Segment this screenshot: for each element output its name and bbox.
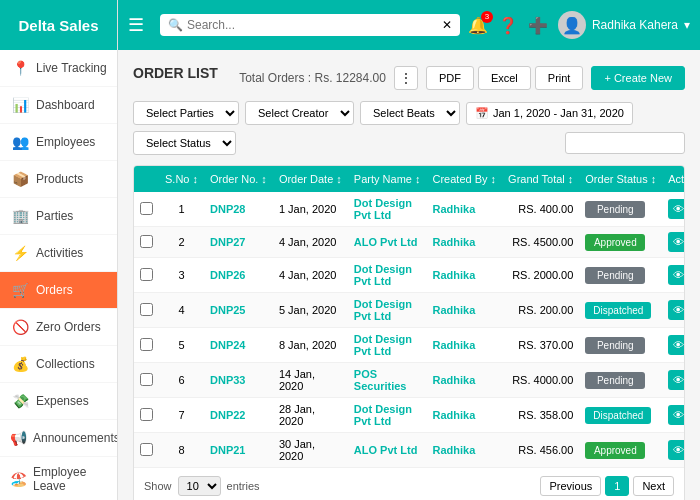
row-order-date: 1 Jan, 2020 bbox=[273, 192, 348, 227]
row-grand-total: RS. 400.00 bbox=[502, 192, 579, 227]
page-title: ORDER LIST bbox=[133, 65, 218, 81]
options-icon[interactable]: ⋮ bbox=[394, 66, 418, 90]
row-checkbox[interactable] bbox=[134, 328, 159, 363]
row-created-by: Radhika bbox=[426, 363, 502, 398]
pdf-button[interactable]: PDF bbox=[426, 66, 474, 90]
search-input[interactable] bbox=[187, 18, 438, 32]
view-action[interactable]: 👁 bbox=[668, 265, 685, 285]
create-new-button[interactable]: + Create New bbox=[591, 66, 685, 90]
row-party-name: Dot Design Pvt Ltd bbox=[348, 398, 427, 433]
table-row: 2 DNP27 4 Jan, 2020 ALO Pvt Ltd Radhika … bbox=[134, 227, 685, 258]
next-page-button[interactable]: Next bbox=[633, 476, 674, 496]
user-dropdown-icon: ▾ bbox=[684, 18, 690, 32]
entries-select[interactable]: 10 bbox=[178, 476, 221, 496]
header-icons: 🔔 3 ❓ ➕ 👤 Radhika Kahera ▾ bbox=[468, 11, 690, 39]
creator-filter[interactable]: Select Creator bbox=[245, 101, 354, 125]
row-checkbox[interactable] bbox=[134, 433, 159, 468]
row-party-name: ALO Pvt Ltd bbox=[348, 227, 427, 258]
announcements-icon: 📢 bbox=[10, 428, 27, 448]
table-row: 8 DNP21 30 Jan, 2020 ALO Pvt Ltd Radhika… bbox=[134, 433, 685, 468]
row-status: Dispatched bbox=[579, 293, 662, 328]
row-created-by: Radhika bbox=[426, 433, 502, 468]
sidebar-label-orders: Orders bbox=[36, 283, 73, 297]
beats-filter[interactable]: Select Beats bbox=[360, 101, 460, 125]
status-filter[interactable]: Select Status bbox=[133, 131, 236, 155]
sidebar-item-activities[interactable]: ⚡ Activities bbox=[0, 235, 117, 272]
sidebar-item-announcements[interactable]: 📢 Announcements bbox=[0, 420, 117, 457]
help-icon[interactable]: ❓ bbox=[498, 16, 518, 35]
row-grand-total: RS. 456.00 bbox=[502, 433, 579, 468]
view-action[interactable]: 👁 bbox=[668, 440, 685, 460]
sidebar-item-employees[interactable]: 👥 Employees bbox=[0, 124, 117, 161]
row-actions: 👁 ✏ 🗑 bbox=[662, 363, 685, 398]
products-icon: 📦 bbox=[10, 169, 30, 189]
sidebar-item-products[interactable]: 📦 Products bbox=[0, 161, 117, 198]
sidebar-item-employee-leave[interactable]: 🏖️ Employee Leave bbox=[0, 457, 117, 500]
activities-icon: ⚡ bbox=[10, 243, 30, 263]
row-sno: 7 bbox=[159, 398, 204, 433]
page-1-button[interactable]: 1 bbox=[605, 476, 629, 496]
notification-badge: 3 bbox=[481, 11, 493, 23]
sidebar-label-parties: Parties bbox=[36, 209, 73, 223]
row-order-date: 28 Jan, 2020 bbox=[273, 398, 348, 433]
sidebar-item-live-tracking[interactable]: 📍 Live Tracking bbox=[0, 50, 117, 87]
row-created-by: Radhika bbox=[426, 258, 502, 293]
sno-header: S.No ↕ bbox=[159, 166, 204, 192]
table-header: S.No ↕ Order No. ↕ Order Date ↕ Party Na… bbox=[134, 166, 685, 192]
row-checkbox[interactable] bbox=[134, 227, 159, 258]
view-action[interactable]: 👁 bbox=[668, 300, 685, 320]
view-action[interactable]: 👁 bbox=[668, 405, 685, 425]
add-icon[interactable]: ➕ bbox=[528, 16, 548, 35]
row-party-name: Dot Design Pvt Ltd bbox=[348, 328, 427, 363]
hamburger-button[interactable]: ☰ bbox=[128, 14, 144, 36]
user-name: Radhika Kahera bbox=[592, 18, 678, 32]
row-checkbox[interactable] bbox=[134, 192, 159, 227]
orders-table: S.No ↕ Order No. ↕ Order Date ↕ Party Na… bbox=[134, 166, 685, 468]
row-actions: 👁 ✏ 🗑 bbox=[662, 192, 685, 227]
sidebar-item-expenses[interactable]: 💸 Expenses bbox=[0, 383, 117, 420]
row-order-date: 8 Jan, 2020 bbox=[273, 328, 348, 363]
row-grand-total: RS. 370.00 bbox=[502, 328, 579, 363]
row-party-name: ALO Pvt Ltd bbox=[348, 433, 427, 468]
excel-button[interactable]: Excel bbox=[478, 66, 531, 90]
table-search[interactable] bbox=[565, 132, 685, 154]
action-header: Action bbox=[662, 166, 685, 192]
row-checkbox[interactable] bbox=[134, 398, 159, 433]
created-by-header: Created By ↕ bbox=[426, 166, 502, 192]
view-action[interactable]: 👁 bbox=[668, 232, 685, 252]
select-all-header bbox=[134, 166, 159, 192]
table-footer: Show 10 entries Previous 1 Next bbox=[134, 468, 684, 500]
sidebar-item-parties[interactable]: 🏢 Parties bbox=[0, 198, 117, 235]
filters-bar: Select Parties Select Creator Select Bea… bbox=[133, 101, 685, 155]
order-no-header: Order No. ↕ bbox=[204, 166, 273, 192]
live-tracking-icon: 📍 bbox=[10, 58, 30, 78]
row-sno: 5 bbox=[159, 328, 204, 363]
show-label: Show bbox=[144, 480, 172, 492]
row-checkbox[interactable] bbox=[134, 293, 159, 328]
row-status: Dispatched bbox=[579, 398, 662, 433]
row-sno: 1 bbox=[159, 192, 204, 227]
row-checkbox[interactable] bbox=[134, 258, 159, 293]
user-info[interactable]: 👤 Radhika Kahera ▾ bbox=[558, 11, 690, 39]
grand-total-header: Grand Total ↕ bbox=[502, 166, 579, 192]
prev-page-button[interactable]: Previous bbox=[540, 476, 601, 496]
print-button[interactable]: Print bbox=[535, 66, 584, 90]
orders-table-container: S.No ↕ Order No. ↕ Order Date ↕ Party Na… bbox=[133, 165, 685, 500]
sidebar-item-zero-orders[interactable]: 🚫 Zero Orders bbox=[0, 309, 117, 346]
row-checkbox[interactable] bbox=[134, 363, 159, 398]
date-range-picker[interactable]: 📅 Jan 1, 2020 - Jan 31, 2020 bbox=[466, 102, 633, 125]
sidebar-item-dashboard[interactable]: 📊 Dashboard bbox=[0, 87, 117, 124]
view-action[interactable]: 👁 bbox=[668, 199, 685, 219]
sidebar-item-collections[interactable]: 💰 Collections bbox=[0, 346, 117, 383]
view-action[interactable]: 👁 bbox=[668, 370, 685, 390]
sidebar-item-orders[interactable]: 🛒 Orders bbox=[0, 272, 117, 309]
party-name-header: Party Name ↕ bbox=[348, 166, 427, 192]
row-grand-total: RS. 4500.00 bbox=[502, 227, 579, 258]
sidebar-label-products: Products bbox=[36, 172, 83, 186]
clear-search-icon[interactable]: ✕ bbox=[442, 18, 452, 32]
view-action[interactable]: 👁 bbox=[668, 335, 685, 355]
sidebar: Delta Sales 📍 Live Tracking 📊 Dashboard … bbox=[0, 0, 118, 500]
notification-bell[interactable]: 🔔 3 bbox=[468, 16, 488, 35]
parties-filter[interactable]: Select Parties bbox=[133, 101, 239, 125]
row-order-no: DNP27 bbox=[204, 227, 273, 258]
